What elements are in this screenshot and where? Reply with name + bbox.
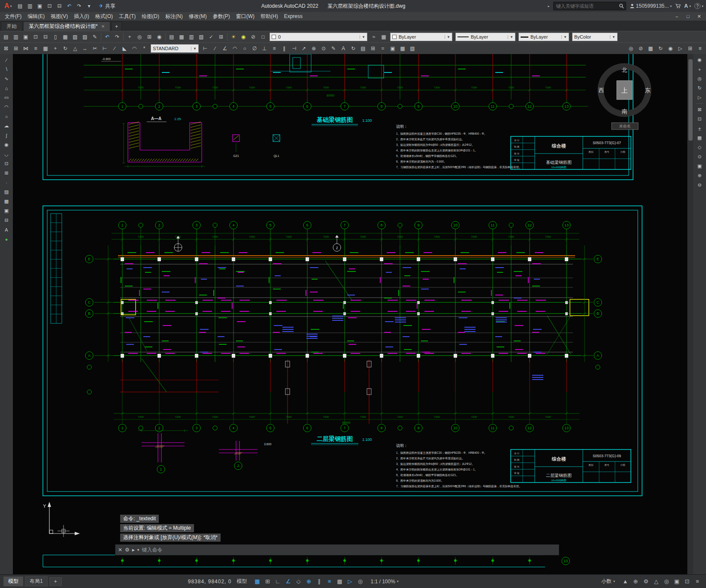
insert-block-icon[interactable]: ⊡ [1,159,12,168]
dim-text-edit-icon[interactable]: A [339,44,348,53]
zoom-extents-icon[interactable]: ⊠ [694,105,705,114]
osnap-icon[interactable]: ⊕ [303,577,314,586]
search-box[interactable] [553,2,626,10]
orbit-icon[interactable]: ↻ [694,84,705,93]
mirror-icon[interactable]: ⋈ [21,44,30,53]
menu-item[interactable]: 插入(I) [71,12,92,21]
workspace-gear-icon[interactable]: ⚙ [641,577,651,586]
offset-icon[interactable]: ≡ [31,44,40,53]
group-icon[interactable]: ▦ [398,44,407,53]
plotstyle-combo[interactable]: ByColor ▼ [572,33,618,41]
line-icon[interactable]: ∕ [1,55,12,64]
dim-aligned-icon[interactable]: ∕ [210,44,220,53]
lineweight-display-icon[interactable]: ≡ [324,577,334,586]
gradient-icon[interactable]: ▩ [1,197,12,206]
close-icon[interactable]: ✕ [118,547,122,553]
menu-item[interactable]: 标注(N) [162,12,186,21]
paste-icon[interactable]: ▨ [80,32,90,42]
markup-icon[interactable]: ✓ [206,32,216,42]
zoom-all-icon[interactable]: ▦ [694,133,705,142]
customize-wrench-icon[interactable]: ⚙ [125,547,130,553]
menu-item[interactable]: 参数(P) [210,12,233,21]
save-as-icon[interactable]: ⊡ [31,32,40,42]
rectangle-icon[interactable]: ▭ [1,93,12,102]
annotation-scale-button[interactable]: 1:1 / 100% ▾ [367,578,402,585]
dim-angular-icon[interactable]: ∠ [220,44,230,53]
hide-objects-icon[interactable]: ⊘ [636,44,645,53]
zoom-previous-icon[interactable]: ◉ [155,32,164,42]
zoom-icon[interactable]: ◎ [694,74,705,83]
layer-combo[interactable]: 0 ▼ [270,33,367,41]
dim-ordinate-icon[interactable]: ⊥ [260,44,269,53]
scrollbar-thumb[interactable] [688,59,693,141]
designcenter-icon[interactable]: ▦ [177,32,186,42]
showmotion-icon[interactable]: ▷ [694,93,705,102]
table-icon[interactable]: ⊟ [1,216,12,225]
menu-item[interactable]: 编辑(E) [24,12,48,21]
plot-icon[interactable]: ⊟ [41,32,50,42]
zoom-object-icon[interactable]: ▣ [694,162,705,171]
center-mark-icon[interactable]: ⊙ [319,44,328,53]
annotation-visibility-icon[interactable]: ▲ [620,577,630,586]
dim-baseline-icon[interactable]: ∥ [279,44,289,53]
annotation-monitor-icon[interactable]: △ [651,577,661,586]
dim-linear-icon[interactable]: ⊢ [200,44,210,53]
search-input[interactable] [555,3,619,9]
array-icon[interactable]: ▦ [41,44,50,53]
account-button[interactable]: 1505999135... ▾ [630,3,672,9]
revision-cloud-icon[interactable]: ☁ [1,121,12,130]
menu-item[interactable]: 视图(V) [48,12,71,21]
pan-icon[interactable]: + [694,65,705,74]
ellipse-arc-icon[interactable]: ◡ [1,150,12,159]
qat-plot-icon[interactable]: ⊟ [55,1,64,11]
dim-continue-icon[interactable]: ⊣ [289,44,299,53]
start-tab[interactable]: 开始 [1,21,22,31]
quickcalc-icon[interactable]: ⊞ [216,32,226,42]
transparency-icon[interactable]: ▩ [334,577,345,586]
zoom-window-icon[interactable]: ⊡ [694,115,705,124]
menu-item[interactable]: 帮助(H) [258,12,281,21]
leader-icon[interactable]: ↗ [299,44,309,53]
model-space-toggle[interactable]: 模型 [233,577,250,586]
dim-edit-icon[interactable]: ✎ [329,44,338,53]
save-icon[interactable]: ▣ [21,32,30,42]
restore-button[interactable]: □ [683,12,693,20]
scale-icon[interactable]: △ [70,44,80,53]
ellipse-icon[interactable]: ◉ [1,140,12,149]
region-icon[interactable]: ▣ [1,206,12,215]
lock-icon[interactable]: ⊘ [248,32,258,42]
move-icon[interactable]: + [51,44,60,53]
isolate-icon[interactable]: ◎ [626,44,636,53]
publish-icon[interactable]: ▦ [61,32,70,42]
recent-commands-icon[interactable]: ▾ [137,548,139,552]
redo-icon[interactable]: ↷ [112,32,122,42]
ortho-icon[interactable]: ∟ [273,577,283,586]
hatch-icon[interactable]: ▨ [1,187,12,196]
isolate-objects-icon[interactable]: ◎ [661,577,672,586]
quick-dim-icon[interactable]: ≡ [270,44,279,53]
break-icon[interactable]: ∕ [110,44,119,53]
command-input[interactable]: 键入命令 [142,546,162,554]
zoom-dynamic-icon[interactable]: ◇ [694,143,705,152]
command-line[interactable]: ✕ ⚙ ▸ ▾ 键入命令 [115,544,559,555]
dim-diameter-icon[interactable]: ∅ [250,44,259,53]
viewcube-icon[interactable]: ⊞ [685,44,695,53]
new-drawing-button[interactable]: + [111,21,122,31]
polar-tracking-icon[interactable]: ∠ [283,577,293,586]
menu-item[interactable]: 绘图(D) [139,12,162,21]
clean-screen-icon[interactable]: ⊡ [682,577,692,586]
search-expand-icon[interactable]: ▸ [548,4,550,8]
zoom-center-icon[interactable]: ⊙ [694,152,705,161]
app-store-button[interactable] [675,3,681,9]
autodesk-button[interactable]: A ▾ [684,3,691,9]
menu-item[interactable]: Express [281,12,306,21]
qat-redo-icon[interactable]: ↷ [75,1,84,11]
zoom-realtime-icon[interactable]: ± [694,124,705,133]
qat-new-icon[interactable]: ▤ [15,1,25,11]
vertical-scrollbar[interactable] [687,54,693,574]
menu-item[interactable]: 文件(F) [2,12,24,21]
properties-icon[interactable]: ▤ [167,32,176,42]
text-style-combo[interactable]: STANDARD ▼ [151,44,199,53]
full-nav-wheel-icon[interactable]: ◉ [694,55,705,64]
table-icon[interactable]: ⊞ [368,44,378,53]
